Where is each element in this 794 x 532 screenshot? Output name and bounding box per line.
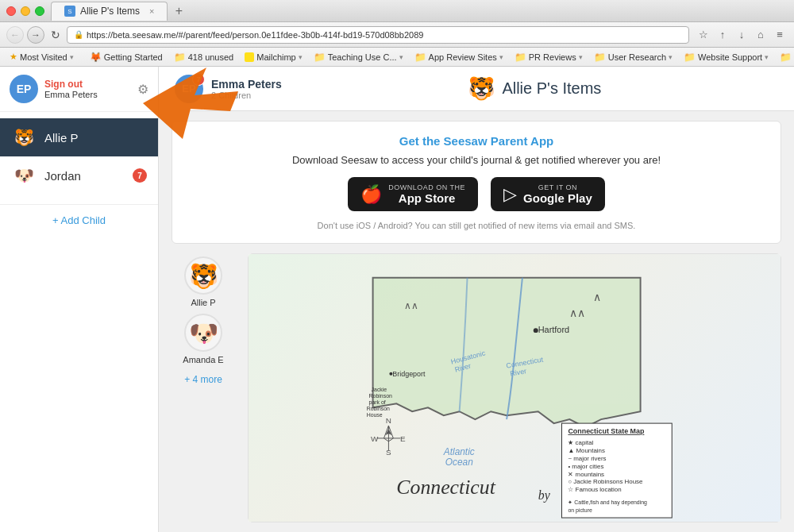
download-icon[interactable]: ↓	[734, 27, 750, 43]
chevron-down-icon: ▾	[579, 53, 583, 61]
feed-user-name-amanda: Amanda E	[183, 355, 223, 364]
feed-user-amanda[interactable]: 🐶 Amanda E	[183, 314, 223, 364]
svg-text:Hartford: Hartford	[538, 325, 569, 334]
forward-button[interactable]: →	[27, 26, 44, 44]
svg-text:Robinson: Robinson	[369, 393, 392, 399]
minimize-button[interactable]	[21, 6, 30, 16]
bookmark-star-icon: ★	[10, 52, 17, 62]
feed-user-avatar-amanda: 🐶	[184, 314, 222, 352]
bookmark-most-visited[interactable]: ★ Most Visited ▾	[5, 50, 79, 64]
more-users-button[interactable]: + 4 more	[184, 374, 222, 385]
new-tab-button[interactable]: +	[171, 3, 187, 19]
tab-title: Allie P's Items	[80, 6, 140, 17]
settings-icon[interactable]: ⚙	[137, 82, 148, 97]
chevron-down-icon: ▾	[70, 53, 74, 61]
svg-text:House: House	[367, 412, 383, 418]
avatar: EP	[10, 75, 38, 103]
svg-text:• major cities: • major cities	[568, 463, 603, 470]
banner-alt-text: Don't use iOS / Android? You can still g…	[191, 221, 761, 230]
bookmark-mailchimp[interactable]: Mailchimp ▾	[240, 51, 307, 64]
user-info: Sign out Emma Peters	[44, 79, 98, 99]
chevron-down-icon: ▾	[499, 53, 503, 61]
bookmark-label: User Research	[608, 52, 666, 62]
bookmark-label: Getting Started	[104, 52, 163, 62]
bookmark-star-icon[interactable]: ☆	[696, 27, 711, 43]
bookmark-user-research[interactable]: 📁 User Research ▾	[589, 50, 677, 64]
url-text: https://beta.seesaw.me/#/parent/feed/per…	[87, 30, 423, 40]
header-user-info: Emma Peters 2 Children	[211, 78, 282, 100]
app-store-button[interactable]: 🍎 Download on the App Store	[348, 177, 478, 211]
bookmark-website-support[interactable]: 📁 Website Support ▾	[679, 50, 773, 64]
page-title: Allie P's Items	[502, 79, 601, 98]
main-content: EP 7 Emma Peters 2 Children 🐯 Allie P's …	[159, 67, 794, 532]
sidebar-children: 🐯 Allie P 🐶 Jordan 7	[0, 112, 158, 201]
app-store-label: App Store	[388, 191, 465, 205]
app-store-text: Download on the App Store	[388, 183, 465, 205]
bookmark-folder-icon: 📁	[780, 52, 792, 63]
header-children-count: 2 Children	[211, 91, 282, 100]
add-child-button[interactable]: + Add Child	[0, 204, 158, 236]
traffic-lights	[6, 6, 44, 16]
bookmark-folder-icon: 📁	[515, 52, 526, 63]
bookmark-getting-started[interactable]: 🦊 Getting Started	[85, 50, 168, 64]
bookmark-app-review[interactable]: 📁 App Review Sites ▾	[410, 50, 508, 64]
svg-text:on picture: on picture	[568, 507, 592, 514]
bookmark-418-unused[interactable]: 📁 418 unused	[169, 50, 239, 64]
tab-close-button[interactable]: ×	[149, 6, 154, 16]
bookmarks-bar: ★ Most Visited ▾ 🦊 Getting Started 📁 418…	[0, 48, 794, 67]
reload-button[interactable]: ↻	[51, 29, 60, 41]
avatar-initials: EP	[17, 83, 32, 95]
sidebar: EP Sign out Emma Peters ⚙ 🐯 Allie P 🐶 Jo…	[0, 67, 159, 532]
svg-text:Ocean: Ocean	[445, 457, 473, 468]
svg-text:∧∧: ∧∧	[569, 306, 585, 319]
child-badge-jordan: 7	[133, 168, 147, 183]
feed-user-allie[interactable]: 🐯 Allie P	[184, 256, 222, 307]
app-header: EP 7 Emma Peters 2 Children 🐯 Allie P's …	[159, 67, 794, 111]
sign-out-button[interactable]: Sign out	[44, 79, 98, 90]
home-icon[interactable]: ⌂	[753, 27, 769, 43]
bookmark-pr-reviews[interactable]: 📁 PR Reviews ▾	[510, 50, 588, 64]
svg-text:✦ Cattle,fish and hay dependin: ✦ Cattle,fish and hay depending	[568, 499, 647, 506]
banner-description: Download Seesaw to access your child's j…	[191, 154, 761, 166]
sidebar-item-jordan[interactable]: 🐶 Jordan 7	[0, 156, 158, 195]
app-container: EP Sign out Emma Peters ⚙ 🐯 Allie P 🐶 Jo…	[0, 67, 794, 532]
google-play-sub-label: GET IT ON	[523, 183, 592, 191]
svg-text:Jackie: Jackie	[372, 387, 387, 392]
header-center: 🐯 Allie P's Items	[291, 75, 778, 102]
google-play-icon: ▷	[503, 184, 517, 205]
google-play-text: GET IT ON Google Play	[523, 183, 592, 205]
child-name-jordan: Jordan	[44, 169, 81, 183]
feed-area: 🐯 Allie P 🐶 Amanda E + 4 more	[159, 253, 794, 532]
bookmark-label: Teaching Use C...	[328, 52, 397, 62]
bookmark-teaching[interactable]: 📁 Teaching Use C... ▾	[309, 50, 408, 64]
bookmark-folder-icon: 📁	[174, 52, 186, 63]
svg-text:park of: park of	[369, 399, 386, 406]
svg-text:★ capital: ★ capital	[568, 439, 593, 446]
svg-text:○ Jackie Robinsons House: ○ Jackie Robinsons House	[568, 478, 643, 485]
apple-icon: 🍎	[360, 184, 382, 205]
users-column: 🐯 Allie P 🐶 Amanda E + 4 more	[172, 253, 235, 522]
title-bar: S Allie P's Items × +	[0, 0, 794, 22]
app-store-sub-label: Download on the	[388, 183, 465, 191]
header-tiger-emoji: 🐯	[468, 75, 495, 102]
svg-text:Robinson: Robinson	[367, 406, 390, 411]
menu-icon[interactable]: ≡	[772, 27, 788, 43]
sidebar-item-allie-p[interactable]: 🐯 Allie P	[0, 118, 158, 156]
feed-user-name-allie: Allie P	[191, 298, 215, 307]
maximize-button[interactable]	[35, 6, 44, 16]
google-play-button[interactable]: ▷ GET IT ON Google Play	[491, 177, 605, 211]
close-button[interactable]	[6, 6, 16, 16]
lock-icon: 🔒	[74, 30, 83, 39]
address-bar[interactable]: 🔒 https://beta.seesaw.me/#/parent/feed/p…	[67, 26, 689, 44]
bookmark-label: Mailchimp	[256, 52, 296, 62]
bookmark-online-ads[interactable]: 📁 Online Ads ▾	[775, 50, 794, 64]
svg-text:N: N	[386, 416, 391, 425]
header-user-name: Emma Peters	[211, 78, 282, 91]
share-icon[interactable]: ↑	[715, 27, 730, 43]
bookmark-label: 418 unused	[188, 52, 234, 62]
browser-tab[interactable]: S Allie P's Items ×	[51, 2, 168, 21]
bookmark-label: Website Support	[698, 52, 762, 62]
bookmark-label: App Review Sites	[429, 52, 497, 62]
header-user-section: EP 7 Emma Peters 2 Children	[175, 75, 282, 103]
back-button[interactable]: ←	[6, 26, 24, 44]
